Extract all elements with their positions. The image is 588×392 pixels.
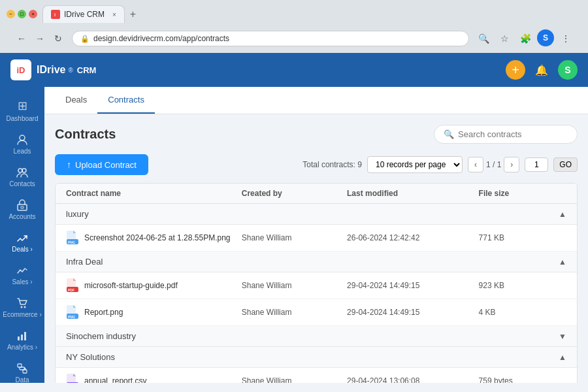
group-name: Sinochem industry: [66, 331, 136, 341]
sidebar-item-accounts[interactable]: Accounts: [0, 194, 44, 225]
ecommerce-icon: [16, 297, 28, 309]
sidebar-item-dashboard[interactable]: ⊞ Dashboard: [0, 93, 44, 127]
contracts-table: Contract name Created by Last modified F…: [55, 183, 578, 383]
file-created-by: Shane William: [242, 308, 347, 317]
maximize-btn[interactable]: □: [18, 10, 26, 18]
file-created-by: Shane William: [242, 233, 347, 242]
file-name-cell: PNG Screenshot 2024-06-25 at 1.28.55PM.p…: [66, 230, 242, 246]
contracts-title: Contracts: [55, 127, 116, 142]
table-row[interactable]: PDF microsoft-startup-guide.pdf Shane Wi…: [56, 272, 577, 299]
search-icon-btn[interactable]: 🔍: [474, 29, 493, 48]
group-toggle-icon: ▲: [559, 353, 566, 362]
sidebar-item-label: Contacts: [9, 180, 35, 188]
next-page-btn[interactable]: ›: [504, 157, 519, 172]
forward-btn[interactable]: →: [31, 30, 48, 47]
sales-icon: [16, 265, 28, 276]
table-row[interactable]: PNG Report.png Shane William 29-04-2024 …: [56, 299, 577, 326]
png-file-icon-2: PNG: [66, 304, 79, 320]
png-file-icon: PNG: [66, 230, 79, 246]
svg-point-2: [20, 135, 25, 140]
table-row[interactable]: CSV annual_report.csv Shane William 29-0…: [56, 368, 577, 383]
sidebar-item-deals[interactable]: Deals ›: [0, 227, 44, 258]
address-bar[interactable]: 🔒 design.devidrivecrm.com/app/contracts: [72, 31, 469, 46]
group-row-infra-deal[interactable]: Infra Deal ▲: [56, 252, 577, 272]
sidebar-item-label: Leads: [13, 148, 31, 155]
svg-point-4: [22, 169, 26, 172]
sidebar-item-label: Data Migration: [3, 376, 42, 383]
sidebar-item-label: Deals ›: [12, 246, 33, 253]
page-nav: ‹ 1 / 1 ›: [468, 157, 519, 172]
extensions-btn[interactable]: 🧩: [516, 29, 534, 48]
sidebar-item-data-migration[interactable]: Data Migration: [0, 357, 44, 383]
svg-rect-9: [18, 336, 20, 340]
tab-close-btn[interactable]: ×: [112, 11, 116, 18]
sidebar-item-label: Accounts: [8, 213, 35, 220]
tab-favicon: i: [51, 10, 60, 19]
sidebar-item-ecommerce[interactable]: Ecommerce ›: [0, 292, 44, 323]
sub-nav-contracts[interactable]: Contracts: [97, 87, 155, 114]
browser-tab-active[interactable]: i IDrive CRM ×: [42, 5, 125, 23]
svg-rect-10: [21, 335, 23, 340]
back-btn[interactable]: ←: [13, 30, 30, 47]
url-text: design.devidrivecrm.com/app/contracts: [93, 34, 229, 43]
file-name-cell: PDF microsoft-startup-guide.pdf: [66, 278, 242, 293]
file-created-by: Shane William: [242, 376, 347, 383]
notifications-btn[interactable]: 🔔: [532, 60, 551, 80]
refresh-btn[interactable]: ↻: [50, 30, 67, 47]
contracts-toolbar: ↑ Upload Contract Total contracts: 9 10 …: [55, 154, 578, 175]
upload-icon: ↑: [67, 159, 71, 170]
sidebar-item-label: Analytics ›: [7, 344, 37, 351]
table-row[interactable]: PNG Screenshot 2024-06-25 at 1.28.55PM.p…: [56, 225, 577, 252]
search-box[interactable]: 🔍: [434, 125, 578, 144]
user-avatar[interactable]: S: [558, 60, 578, 80]
close-btn[interactable]: ×: [29, 10, 37, 18]
svg-text:i: i: [54, 12, 56, 17]
file-last-modified: 26-06-2024 12:42:42: [347, 233, 479, 242]
accounts-icon: [16, 199, 28, 211]
svg-point-8: [24, 306, 26, 308]
file-name-cell: PNG Report.png: [66, 304, 242, 320]
upload-contract-btn[interactable]: ↑ Upload Contract: [55, 154, 148, 175]
page-input[interactable]: [525, 157, 548, 172]
go-btn[interactable]: GO: [553, 157, 578, 172]
file-last-modified: 29-04-2024 13:06:08: [347, 376, 479, 383]
bookmark-btn[interactable]: ☆: [495, 29, 514, 48]
file-last-modified: 29-04-2024 14:49:15: [347, 281, 479, 290]
tab-label: IDrive CRM: [64, 10, 105, 19]
top-nav: iD IDrive ® CRM + 🔔 S: [0, 53, 588, 87]
minimize-btn[interactable]: −: [7, 10, 15, 18]
sidebar-item-sales[interactable]: Sales ›: [0, 259, 44, 291]
group-toggle-icon: ▼: [559, 332, 566, 341]
sub-nav-deals[interactable]: Deals: [55, 87, 97, 114]
group-row-ny-solutions[interactable]: NY Solutions ▲: [56, 347, 577, 368]
browser-profile-btn[interactable]: S: [537, 29, 554, 46]
table-header: Contract name Created by Last modified F…: [56, 184, 577, 204]
sidebar-item-contacts[interactable]: Contacts: [0, 161, 44, 193]
logo: iD IDrive ® CRM: [10, 59, 96, 80]
menu-btn[interactable]: ⋮: [557, 29, 575, 48]
file-name-cell: CSV annual_report.csv: [66, 373, 242, 383]
crm-label: CRM: [77, 65, 97, 75]
sidebar-item-analytics[interactable]: Analytics ›: [0, 325, 44, 356]
search-icon: 🔍: [444, 129, 454, 139]
content-area: Deals Contracts Contracts 🔍 ↑ Upload Con…: [44, 87, 588, 383]
sidebar-item-leads[interactable]: Leads: [0, 129, 44, 160]
svg-rect-6: [21, 206, 24, 208]
svg-rect-24: [67, 382, 78, 383]
col-last-modified: Last modified: [347, 189, 479, 198]
logo-text: IDrive: [37, 64, 65, 76]
group-row-luxury[interactable]: luxury ▲: [56, 204, 577, 225]
pagination-area: Total contracts: 9 10 records per page ‹…: [302, 156, 578, 173]
svg-text:PNG: PNG: [68, 315, 75, 319]
svg-rect-11: [24, 332, 26, 340]
svg-point-3: [18, 169, 22, 172]
records-per-page-select[interactable]: 10 records per page: [367, 156, 463, 173]
new-tab-btn[interactable]: +: [127, 6, 139, 23]
group-name: luxury: [66, 209, 89, 219]
add-btn[interactable]: +: [506, 60, 525, 80]
sub-nav: Deals Contracts: [44, 87, 588, 114]
group-row-sinochem[interactable]: Sinochem industry ▼: [56, 326, 577, 347]
search-input[interactable]: [458, 129, 568, 139]
file-size: 771 KB: [479, 233, 566, 242]
prev-page-btn[interactable]: ‹: [468, 157, 483, 172]
